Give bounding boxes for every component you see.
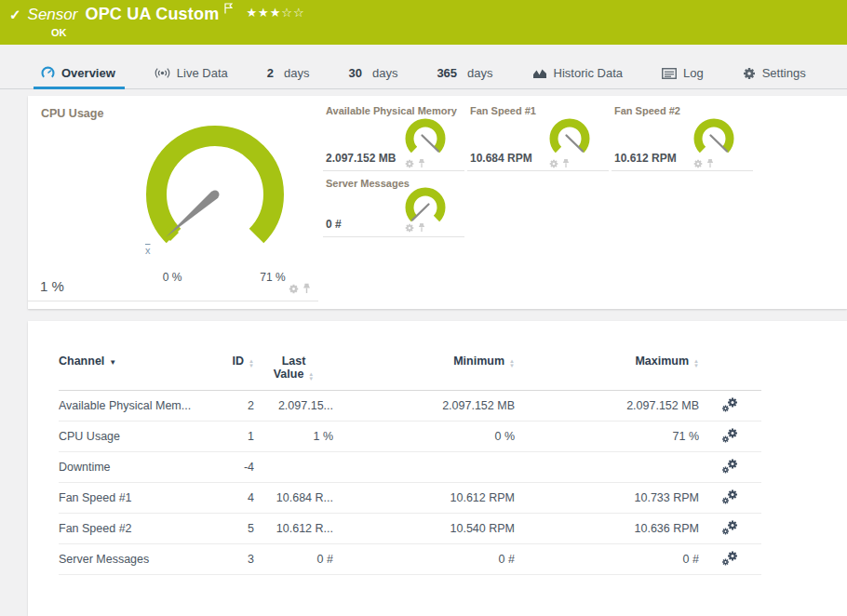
column-header-channel[interactable]: Channel▼ [59, 355, 217, 391]
object-type-label: Sensor [28, 6, 78, 24]
table-row-available-physical-memory: Available Physical Mem... 2 2.097.15... … [59, 391, 761, 422]
stars-empty[interactable]: ☆☆ [281, 6, 304, 20]
gauge-scale-min: 0 % [152, 271, 193, 284]
channel-last-value [254, 452, 333, 483]
channel-name-link[interactable]: CPU Usage [59, 422, 217, 452]
table-header-row: Channel▼ ID▲▼ Last Value▲▼ Minimum▲▼ Max… [59, 355, 761, 391]
channel-maximum: 10.733 RPM [515, 483, 699, 514]
tab-historic-data[interactable]: Historic Data [529, 58, 626, 88]
broadcast-icon [155, 67, 170, 79]
tab-2-days[interactable]: 2 days [263, 58, 314, 88]
channel-last-value: 10.684 R... [254, 483, 333, 514]
channel-last-value: 1 % [254, 422, 333, 452]
channel-minimum: 10.612 RPM [333, 483, 515, 514]
channel-name-link[interactable]: Fan Speed #1 [59, 483, 217, 514]
gear-icon[interactable] [693, 159, 703, 168]
gauge-tile-fan-speed-1[interactable]: Fan Speed #1 10.684 RPM [467, 105, 609, 171]
channel-minimum: 10.540 RPM [333, 514, 515, 544]
channel-name-link[interactable]: Downtime [59, 452, 217, 483]
gauge-tile-available-physical-memory[interactable]: Available Physical Memory 2.097.152 MB [323, 105, 464, 171]
tab-2-days-number: 2 [267, 66, 274, 80]
gauge-scale-max: 71 % [249, 271, 296, 284]
table-row-fan-speed-2: Fan Speed #2 5 10.612 R... 10.540 RPM 10… [59, 514, 761, 544]
flag-icon[interactable] [224, 3, 233, 14]
gauge-current-value: 0 # [326, 218, 342, 231]
gauge-title: Available Physical Memory [326, 105, 457, 116]
fan1-gauge-dial [547, 116, 592, 161]
tab-30-days-unit: days [372, 66, 397, 80]
sort-desc-icon: ▼ [109, 358, 116, 367]
tab-30-days-number: 30 [348, 66, 361, 80]
column-header-minimum[interactable]: Minimum▲▼ [333, 355, 515, 391]
column-header-id[interactable]: ID▲▼ [217, 355, 254, 391]
tab-settings[interactable]: Settings [739, 58, 810, 88]
channel-name-link[interactable]: Available Physical Mem... [59, 391, 217, 422]
channel-settings-gears-icon[interactable] [722, 551, 739, 566]
tab-log[interactable]: Log [658, 58, 707, 88]
gauge-current-value: 10.684 RPM [470, 152, 532, 165]
column-header-actions [699, 355, 761, 391]
tab-365-days-unit: days [467, 66, 492, 80]
channel-settings-gears-icon[interactable] [722, 428, 739, 443]
gauge-current-value: 1 % [40, 278, 64, 294]
pin-icon[interactable] [706, 158, 714, 168]
status-ok-check-icon: ✓ [9, 7, 21, 23]
tab-log-label: Log [683, 66, 704, 80]
channel-maximum: 2.097.152 MB [515, 391, 699, 422]
tab-365-days[interactable]: 365 days [433, 58, 496, 88]
tab-bar: Overview Live Data 2 days 30 days 365 da… [0, 58, 847, 89]
channel-settings-gears-icon[interactable] [722, 459, 739, 474]
gear-icon[interactable] [405, 223, 414, 233]
gauge-title: Fan Speed #2 [614, 105, 680, 116]
fan2-gauge-dial [692, 116, 736, 161]
table-row-server-messages: Server Messages 3 0 # 0 # 0 # [59, 544, 761, 575]
pin-icon[interactable] [562, 158, 570, 168]
channel-id: 4 [217, 483, 254, 514]
sensor-title: OPC UA Custom [85, 5, 219, 24]
stars-filled[interactable]: ★★★ [246, 6, 281, 20]
channel-settings-gears-icon[interactable] [722, 489, 739, 504]
area-chart-icon [532, 67, 547, 79]
sort-both-icon: ▲▼ [249, 359, 254, 368]
column-header-maximum[interactable]: Maximum▲▼ [515, 355, 699, 391]
gear-icon[interactable] [405, 159, 414, 168]
table-row-cpu-usage: CPU Usage 1 1 % 0 % 71 % [59, 422, 761, 452]
gauge-tile-cpu-usage[interactable]: CPU Usage x 0 % 71 % 1 % [28, 96, 318, 301]
pin-icon[interactable] [418, 158, 425, 168]
channel-name-link[interactable]: Fan Speed #2 [59, 514, 217, 544]
tab-settings-label: Settings [762, 66, 806, 80]
sort-both-icon: ▲▼ [509, 359, 515, 368]
priority-stars[interactable]: ★★★☆☆ [246, 6, 304, 20]
average-marker: x [145, 245, 151, 256]
column-header-last-value[interactable]: Last Value▲▼ [254, 355, 333, 391]
log-list-icon [662, 68, 677, 79]
tab-overview[interactable]: Overview [37, 58, 119, 88]
table-row-downtime: Downtime -4 [59, 452, 761, 483]
sort-both-icon: ▲▼ [693, 359, 699, 368]
channel-settings-gears-icon[interactable] [722, 397, 739, 412]
gauge-tile-fan-speed-2[interactable]: Fan Speed #2 10.612 RPM [612, 105, 753, 171]
channels-panel: Channel▼ ID▲▼ Last Value▲▼ Minimum▲▼ Max… [28, 321, 847, 616]
gear-icon[interactable] [289, 284, 299, 294]
pin-icon[interactable] [302, 283, 311, 294]
tab-365-days-number: 365 [437, 66, 457, 80]
pin-icon[interactable] [418, 222, 425, 233]
gauge-tile-server-messages[interactable]: Server Messages 0 # [323, 178, 464, 237]
tab-overview-label: Overview [61, 66, 115, 80]
channel-name-link[interactable]: Server Messages [59, 544, 217, 575]
gear-icon[interactable] [549, 159, 558, 168]
tab-2-days-unit: days [284, 66, 309, 80]
tab-live-data[interactable]: Live Data [151, 58, 232, 88]
channel-id: 1 [217, 422, 254, 452]
channel-maximum: 0 # [515, 544, 699, 575]
channel-last-value: 10.612 R... [254, 514, 333, 544]
channel-last-value: 0 # [254, 544, 333, 575]
sensor-status-badge: OK [51, 27, 67, 38]
sensor-header: ✓ Sensor OPC UA Custom ★★★☆☆ OK [0, 0, 847, 45]
channel-id: -4 [217, 452, 254, 483]
channel-settings-gears-icon[interactable] [722, 520, 739, 535]
channel-maximum: 71 % [515, 422, 699, 452]
prtg-sensor-page: ✓ Sensor OPC UA Custom ★★★☆☆ OK Overview… [0, 0, 847, 616]
tab-30-days[interactable]: 30 days [344, 58, 401, 88]
channel-id: 3 [217, 544, 254, 575]
